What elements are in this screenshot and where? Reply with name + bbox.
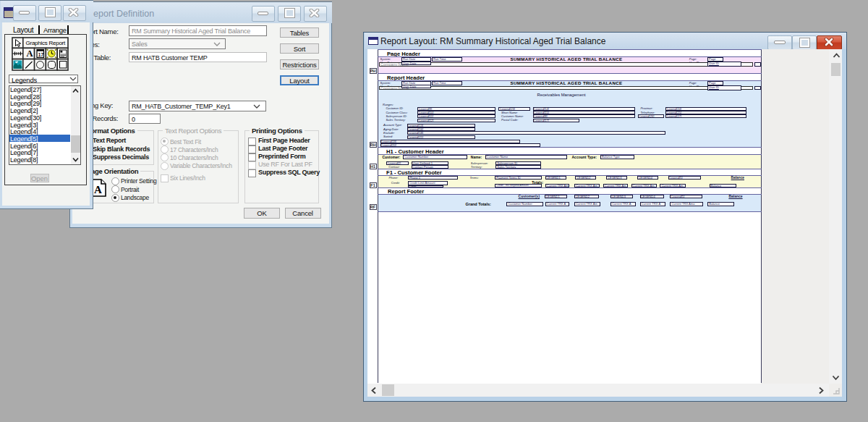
svg-text:A: A	[94, 184, 102, 195]
svg-text:17: 17	[38, 52, 44, 57]
svg-text:Graphics Report: Graphics Report	[26, 40, 67, 46]
svg-text:A: A	[27, 48, 33, 59]
